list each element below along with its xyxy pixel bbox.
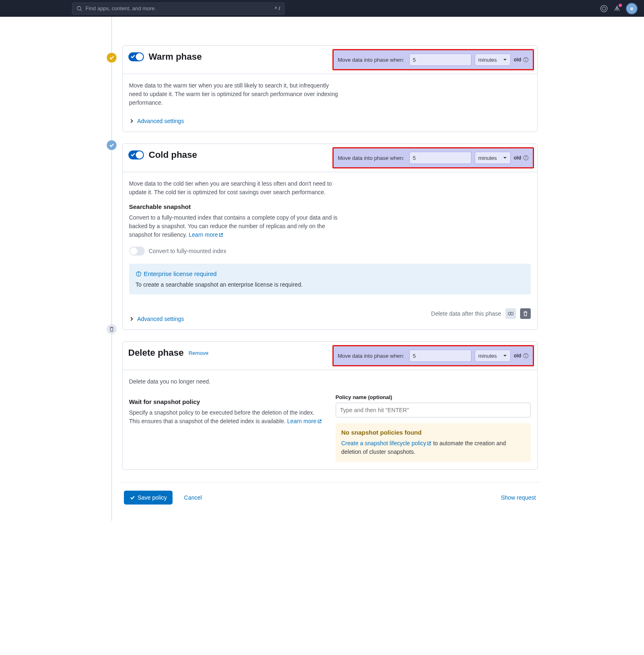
warm-unit-select[interactable]: minutes [475, 54, 511, 66]
warm-age-input[interactable] [409, 54, 471, 66]
cold-adv-label: Advanced settings [137, 316, 184, 322]
no-snapshot-policies-callout: No snapshot policies found Create a snap… [336, 423, 531, 462]
warm-move-label: Move data into phase when: [338, 57, 404, 63]
keep-data-button[interactable] [505, 308, 516, 319]
convert-index-toggle[interactable] [129, 247, 145, 256]
help-icon[interactable] [600, 4, 608, 13]
warm-phase-rail-icon [107, 53, 117, 63]
save-policy-label: Save policy [138, 494, 167, 501]
warm-old-label: old [514, 57, 521, 63]
cold-phase-toggle[interactable] [128, 150, 144, 159]
delete-phase-card: Delete phase Remove Move data into phase… [122, 341, 538, 470]
policy-name-input[interactable] [336, 403, 531, 417]
show-request-button[interactable]: Show request [501, 494, 536, 501]
footer-separator [121, 482, 539, 482]
chevron-down-icon [503, 58, 507, 62]
info-icon[interactable] [523, 155, 529, 161]
delete-age-input[interactable] [409, 350, 471, 362]
cold-description: Move data to the cold tier when you are … [129, 179, 342, 197]
cold-unit-select[interactable]: minutes [475, 152, 511, 164]
cold-advanced-settings-link[interactable]: Advanced settings [129, 316, 184, 322]
page-footer: Save policy Cancel Show request [122, 491, 538, 505]
callout-title-text: Enterprise license required [144, 270, 217, 277]
warm-description: Move data to the warm tier when you are … [129, 81, 342, 107]
svg-point-3 [602, 7, 606, 10]
svg-point-0 [77, 6, 81, 10]
svg-point-6 [525, 58, 526, 58]
delete-move-label: Move data into phase when: [338, 353, 404, 359]
search-icon [76, 6, 82, 11]
cold-move-data-box: Move data into phase when: minutes old [332, 147, 534, 168]
info-icon[interactable] [523, 57, 529, 63]
check-icon [130, 495, 135, 500]
callout-body-text: To create a searchable snapshot an enter… [136, 281, 524, 288]
policy-name-label: Policy name (optional) [336, 394, 531, 400]
svg-point-17 [525, 354, 526, 354]
chevron-right-icon [129, 316, 134, 321]
delete-unit-select[interactable]: minutes [475, 350, 511, 362]
kbd-hint: ^ / [274, 6, 280, 11]
cold-unit-label: minutes [478, 155, 497, 161]
cold-age-input[interactable] [409, 152, 471, 164]
warm-advanced-settings-link[interactable]: Advanced settings [129, 118, 531, 124]
cold-phase-card: Cold phase Move data into phase when: mi… [122, 144, 538, 330]
search-placeholder: Find apps, content, and more. [85, 5, 271, 11]
remove-delete-phase-link[interactable]: Remove [188, 350, 208, 356]
delete-move-data-box: Move data into phase when: minutes old [332, 345, 534, 366]
chevron-down-icon [503, 156, 507, 160]
external-link-icon [427, 441, 431, 446]
cold-phase-title: Cold phase [149, 150, 197, 160]
searchable-snapshot-learn-more-link[interactable]: Learn more [189, 231, 224, 238]
wait-snapshot-heading: Wait for snapshot policy [129, 398, 324, 405]
delete-description: Delete data you no longer need. [129, 377, 342, 386]
warm-move-data-box: Move data into phase when: minutes old [332, 49, 534, 70]
external-link-icon [317, 419, 322, 424]
svg-point-12 [138, 272, 139, 273]
searchable-snapshot-heading: Searchable snapshot [129, 203, 531, 210]
svg-point-2 [601, 5, 607, 12]
info-icon[interactable] [523, 353, 529, 359]
delete-after-label: Delete data after this phase [431, 310, 501, 317]
warm-adv-label: Advanced settings [137, 118, 184, 124]
warm-phase-card: Warm phase Move data into phase when: mi… [122, 45, 538, 132]
delete-phase-rail-icon [107, 324, 117, 334]
external-link-icon [219, 233, 223, 237]
cold-move-label: Move data into phase when: [338, 155, 404, 161]
chevron-right-icon [129, 119, 134, 123]
delete-unit-label: minutes [478, 353, 497, 359]
delete-old-label: old [514, 353, 521, 359]
info-icon [136, 271, 141, 277]
warm-phase-title: Warm phase [149, 52, 202, 62]
create-snapshot-policy-link[interactable]: Create a snapshot lifecycle policy [341, 440, 432, 446]
wait-snapshot-learn-more-link[interactable]: Learn more [287, 418, 322, 424]
warm-unit-label: minutes [478, 57, 497, 63]
top-right-actions: e [600, 0, 637, 17]
chevron-down-icon [503, 354, 507, 358]
timeline-rail [111, 17, 112, 521]
delete-data-button[interactable] [520, 308, 531, 319]
global-search-input[interactable]: Find apps, content, and more. ^ / [72, 2, 285, 15]
searchable-snapshot-desc: Convert to a fully-mounted index that co… [129, 213, 342, 239]
top-nav-bar: Find apps, content, and more. ^ / e [0, 0, 644, 17]
cold-old-label: old [514, 155, 521, 161]
delete-phase-title: Delete phase [128, 348, 184, 358]
news-icon[interactable] [613, 4, 621, 13]
search-wrap: Find apps, content, and more. ^ / [72, 2, 285, 15]
page-content: Warm phase Move data into phase when: mi… [99, 17, 545, 521]
svg-point-9 [525, 156, 526, 157]
convert-index-toggle-row: Convert to fully-mounted index [129, 247, 531, 256]
cancel-button[interactable]: Cancel [184, 494, 202, 501]
warm-phase-toggle[interactable] [128, 52, 144, 61]
cold-phase-rail-icon [107, 140, 117, 150]
user-avatar[interactable]: e [626, 3, 637, 14]
no-snapshot-title: No snapshot policies found [341, 429, 525, 436]
convert-index-label: Convert to fully-mounted index [149, 248, 227, 254]
enterprise-license-callout: Enterprise license required To create a … [129, 264, 531, 294]
svg-line-1 [81, 9, 82, 11]
save-policy-button[interactable]: Save policy [124, 491, 173, 505]
wait-snapshot-desc: Specify a snapshot policy to be executed… [129, 408, 324, 426]
notification-dot [619, 4, 622, 7]
